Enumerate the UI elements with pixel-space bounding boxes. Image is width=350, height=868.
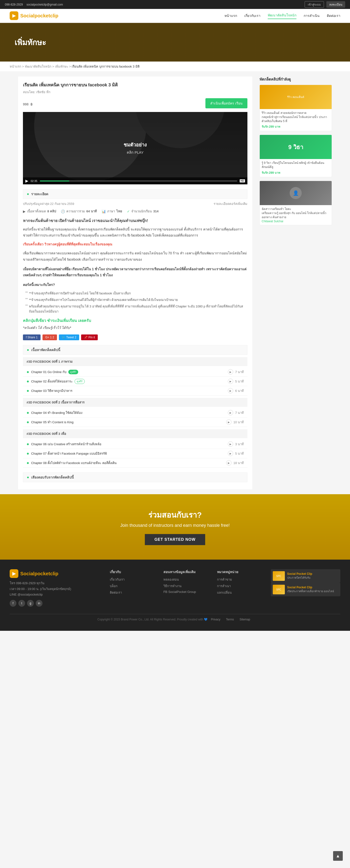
share-googleplus-button[interactable]: G+ 1 2	[42, 335, 57, 340]
students-icon: ✓	[127, 210, 130, 213]
footer-link-contact[interactable]: ติดต่อเรา	[110, 590, 156, 595]
cta-link[interactable]: คลิกปุ่มสีเขียว ชำระเงินเพิ่มเรียน เลยคร…	[23, 318, 91, 322]
sidebar-card-3[interactable]: 👤 ฉัดสาวาเตรียมทำ โยคะ เตรียมความรู้ ออก…	[260, 181, 332, 225]
lesson-name: Chapter 04 ทำ Branding ใช้ต่อให้ค้อง	[31, 410, 82, 415]
video-player[interactable]: ชมตัวอย่าง คลิก PLAY ▶ 02:35 HD	[23, 112, 247, 184]
footer-card-2-img-text: SPC	[276, 588, 281, 591]
social-twitter-icon[interactable]: t	[18, 600, 25, 607]
footer-link-trial[interactable]: ทดลองสอน	[164, 577, 210, 582]
email-text: socialpocketclip@gmail.com	[27, 3, 63, 6]
lesson-play-button[interactable]: ▶	[228, 379, 233, 384]
footer-link-exchange[interactable]: แลกเปลี่ยน	[217, 590, 263, 595]
footer-card-1[interactable]: SPC Social Pocket Clip ประกาศใครได้รับรั…	[271, 569, 340, 583]
lesson-play-button[interactable]: ▶	[226, 420, 232, 425]
play-stat-icon: ▶	[23, 210, 26, 213]
footer-link-how[interactable]: วิธีการทำงาน	[164, 584, 210, 589]
sidebar-card-1[interactable]: รีวิว คอนเต็นต์ รีวิว คอนเต็นต์ สวยหล่อน…	[260, 85, 332, 131]
nav-about[interactable]: เกี่ยวกับเรา	[244, 13, 260, 18]
register-button[interactable]: ลงทะเบียน	[326, 1, 345, 8]
enroll-button[interactable]: สำเนินเพื่อสมัคร เรียน	[205, 98, 247, 108]
sidebar-card-2-link[interactable]: รับรัก 299 บาท	[262, 170, 330, 175]
lesson-name: Chapter 06 เม่น Creative สร้างสรรค์หน้าร…	[31, 442, 101, 447]
sidebar-card-2-img: 9 วิธา	[260, 135, 332, 159]
footer-link-blog[interactable]: บล็อก	[110, 584, 156, 589]
share-pinterest-button[interactable]: 📌 Pin it	[81, 335, 98, 340]
breadcrumb-home[interactable]: หน้าแรก	[10, 65, 21, 68]
lesson-play-button[interactable]: ▶	[228, 451, 233, 456]
footer-sitemap-link[interactable]: Sitemap	[239, 618, 250, 621]
nav-activity[interactable]: การสำเนิน	[304, 13, 320, 18]
footer-hours: เวลา 09:00 - 19:00 น. (เว้นวันหยุดนักขัต…	[10, 586, 103, 592]
lesson-item: ● Chapter 06 เม่น Creative สร้างสรรค์หน้…	[23, 439, 247, 449]
footer-link-about[interactable]: เกี่ยวกับเรา	[110, 577, 156, 582]
breadcrumb-level1[interactable]: พัฒนาตัดสินใจหนัก	[25, 65, 51, 68]
footer-card-2[interactable]: SPC Social Pocket Clip เปิดประกาศทั้งทาง…	[271, 583, 340, 596]
lesson-duration: 3 นาที	[235, 442, 244, 447]
lesson-play-button[interactable]: ▶	[226, 460, 232, 465]
topbar-left: 098-828-2929 socialpocketclip@gmail.com	[5, 3, 63, 6]
level-icon: 📊	[101, 210, 106, 213]
sidebar-card-2[interactable]: 9 วิธา รู้ 9 วิธา เรียนรู้ในโลกออนไลน์ พ…	[260, 135, 332, 177]
sidebar-card-1-link[interactable]: รับรัก 299 บาท	[262, 124, 330, 129]
duration-value: 64 นาที	[86, 209, 97, 214]
footer-col-about: เกี่ยวกับ เกี่ยวกับเรา บล็อก ติดต่อเรา	[110, 569, 156, 607]
article-highlight: เรียนครั้งเดียว วิวทางครูผู้สอนที่ดีที่ส…	[23, 241, 247, 247]
sidebar-card-1-title: รีวิว คอนเต็นต์ สวยหล่อนักการตลาด	[262, 111, 330, 115]
logo[interactable]: ▶ Socialpocketclip	[10, 11, 58, 20]
footer-link-trade[interactable]: การค้าขาย	[217, 577, 263, 582]
sidebar-card-3-body: ฉัดสาวาเตรียมทำ โยคะ เตรียมความรู้ ออกยิ…	[260, 205, 332, 225]
lesson-right: ▶ 5 นาที	[228, 451, 244, 456]
cta-subtitle: Join thousand of instructors and earn mo…	[10, 523, 340, 528]
students-value: 314	[153, 210, 158, 213]
lesson-left: ● Chapter 01 Go Online กับ ดูฟรี!!	[27, 369, 78, 374]
footer-logo-icon: ▶	[10, 569, 18, 578]
footer-terms-link[interactable]: Terms	[226, 618, 234, 621]
footer-privacy-link[interactable]: Privacy	[211, 618, 221, 621]
reviews-section-header: ● เสียงตอบรับจากพัตกล็ตคลิปนี้	[23, 472, 247, 482]
who-item-3: พร้อมตั้งตัวคุณจัดง่ายๆ คุณสามารถอยู่ใน …	[25, 304, 247, 314]
footer-logo: ▶ Socialpocketclip	[10, 569, 103, 578]
nav-contact[interactable]: ติดต่อเรา	[327, 13, 340, 18]
video-progress-bar[interactable]	[40, 181, 237, 182]
play-icon[interactable]: ▶	[25, 179, 28, 183]
lesson-item: ● Chapter 04 ทำ Branding ใช้ต่อให้ค้อง ▶…	[23, 408, 247, 417]
share-facebook-button[interactable]: f Share 1	[23, 335, 40, 340]
footer-col1-title: เกี่ยวกับ	[110, 569, 156, 575]
cta-button[interactable]: GET STARTED NOW	[145, 534, 205, 545]
lesson-duration: 18 นาที	[233, 460, 244, 465]
footer-card-2-text: Social Pocket Clip เปิดประกาศทั้งทางบล็อ…	[287, 586, 334, 593]
video-overlay-text: ชมตัวอย่าง	[124, 141, 147, 149]
instructor-name: เชิดชัย ทีก	[36, 90, 51, 94]
price-value: 998	[23, 102, 28, 106]
footer-link-fb-group[interactable]: FB SocialPocket Group	[164, 590, 210, 594]
footer-link-copy[interactable]: การสำเนา	[217, 584, 263, 589]
lesson-duration: 7 นาที	[235, 410, 244, 415]
nav-courses[interactable]: พัฒนาตัดสินใจหนัก	[268, 12, 296, 19]
lesson-play-button[interactable]: ▶	[228, 410, 233, 415]
lesson-dot: ●	[27, 410, 29, 415]
footer-card-2-title: Social Pocket Clip	[287, 586, 334, 589]
lesson-name: Chapter 01 Go Online กับ	[31, 369, 66, 374]
nav-home[interactable]: หน้าแรก	[225, 13, 237, 18]
lesson-left: ● Chapter 05 ทำ Content is King	[27, 420, 74, 425]
lesson-play-button[interactable]: ▶	[228, 441, 233, 447]
price-row: 998 ฿ สำเนินเพื่อสมัคร เรียน	[23, 98, 247, 108]
login-button[interactable]: เข้าสู่ระบบ	[304, 1, 324, 8]
social-googleplus-icon[interactable]: g	[27, 600, 34, 607]
lesson-play-button[interactable]: ▶	[228, 388, 233, 393]
lesson-left: ● Chapter 08 ตั้งโปสต์ทำวง Facebook แบรน…	[27, 460, 117, 465]
lesson-play-button[interactable]: ▶	[228, 369, 233, 374]
breadcrumb-level2[interactable]: เพิ่มทักษะ	[55, 65, 68, 68]
lesson-right: ▶ 7 นาที	[228, 369, 244, 374]
topbar: 098-828-2929 socialpocketclip@gmail.com …	[0, 0, 350, 9]
lesson-right: ▶ 18 นาที	[226, 460, 244, 465]
lesson-right: ▶ 6 นาที	[228, 388, 244, 393]
article-stats-label: รายละเอียดคอร์สเพิ่มเติม	[214, 201, 247, 206]
lesson-item: ● Chapter 08 ตั้งโปสต์ทำวง Facebook แบรน…	[23, 458, 247, 468]
social-linkedin-icon[interactable]: in	[36, 600, 42, 607]
article-p2: คอร์สนี้จะช่วยให้พื้นฐานของคุณแน่น ทั้งพ…	[23, 226, 247, 239]
footer-social: f t g in	[10, 600, 103, 607]
sidebar-card-3-title: ฉัดสาวาเตรียมทำ โยคะ	[262, 207, 330, 211]
social-facebook-icon[interactable]: f	[10, 600, 17, 607]
share-twitter-button[interactable]: 🐦 Tweet 2	[59, 335, 79, 340]
